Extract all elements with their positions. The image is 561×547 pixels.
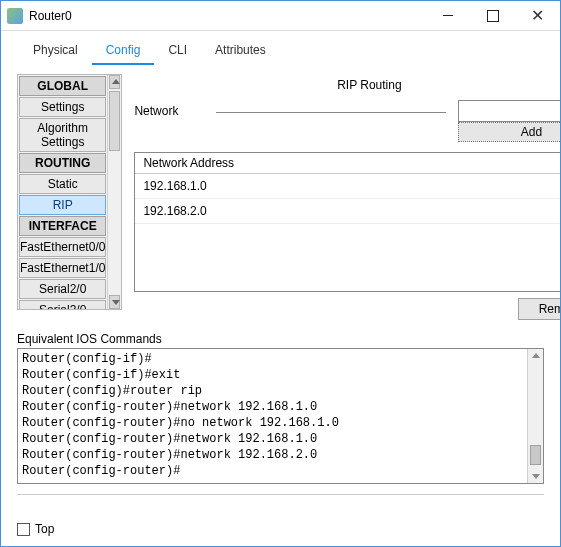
scroll-thumb[interactable] (109, 91, 120, 151)
tab-config[interactable]: Config (92, 39, 155, 65)
maximize-button[interactable] (470, 1, 515, 31)
sidebar-header-interface: INTERFACE (19, 216, 106, 236)
ios-scrollbar[interactable] (527, 349, 543, 483)
sidebar-scrollbar[interactable] (107, 75, 121, 309)
title-bar: Router0 ✕ (1, 1, 560, 31)
sidebar: GLOBAL Settings Algorithm Settings ROUTI… (17, 74, 122, 310)
ios-label: Equivalent IOS Commands (17, 332, 544, 346)
sidebar-item-static[interactable]: Static (19, 174, 106, 194)
tab-attributes[interactable]: Attributes (201, 39, 280, 65)
scroll-up-icon[interactable] (530, 349, 541, 363)
scroll-down-icon[interactable] (109, 295, 120, 309)
add-button[interactable]: Add (458, 122, 561, 142)
ios-section: Equivalent IOS Commands Router(config-if… (1, 324, 560, 484)
tab-bar: Physical Config CLI Attributes (1, 31, 560, 66)
minimize-button[interactable] (425, 1, 470, 31)
scroll-thumb[interactable] (530, 445, 541, 465)
network-input[interactable] (458, 100, 561, 122)
network-underline (216, 112, 446, 113)
sidebar-item-s20[interactable]: Serial2/0 (19, 279, 106, 299)
divider (17, 494, 544, 495)
sidebar-header-routing: ROUTING (19, 153, 106, 173)
network-label: Network (134, 104, 204, 118)
sidebar-item-rip[interactable]: RIP (19, 195, 106, 215)
close-button[interactable]: ✕ (515, 1, 560, 31)
tab-cli[interactable]: CLI (154, 39, 201, 65)
sidebar-item-settings[interactable]: Settings (19, 97, 106, 117)
sidebar-header-global: GLOBAL (19, 76, 106, 96)
remove-button[interactable]: Remove (518, 298, 561, 320)
tab-physical[interactable]: Physical (19, 39, 92, 65)
rip-panel: RIP Routing Network Add Network Address … (134, 74, 561, 320)
sidebar-item-s30[interactable]: Serial3/0 (19, 300, 106, 309)
sidebar-item-fe10[interactable]: FastEthernet1/0 (19, 258, 106, 278)
top-checkbox[interactable] (17, 523, 30, 536)
ios-output[interactable]: Router(config-if)# Router(config-if)#exi… (18, 349, 527, 483)
scroll-down-icon[interactable] (530, 469, 541, 483)
footer: Top (17, 522, 54, 536)
network-list[interactable]: Network Address 192.168.1.0 192.168.2.0 (134, 152, 561, 292)
sidebar-item-algorithm-settings[interactable]: Algorithm Settings (19, 118, 106, 152)
app-icon (7, 8, 23, 24)
ios-box: Router(config-if)# Router(config-if)#exi… (17, 348, 544, 484)
content-area: GLOBAL Settings Algorithm Settings ROUTI… (1, 66, 560, 320)
scroll-up-icon[interactable] (109, 75, 120, 89)
network-list-header: Network Address (135, 153, 561, 174)
sidebar-item-fe00[interactable]: FastEthernet0/0 (19, 237, 106, 257)
rip-title: RIP Routing (134, 78, 561, 92)
top-checkbox-label: Top (35, 522, 54, 536)
window-title: Router0 (29, 9, 80, 23)
network-list-item[interactable]: 192.168.2.0 (135, 199, 561, 224)
network-list-item[interactable]: 192.168.1.0 (135, 174, 561, 199)
